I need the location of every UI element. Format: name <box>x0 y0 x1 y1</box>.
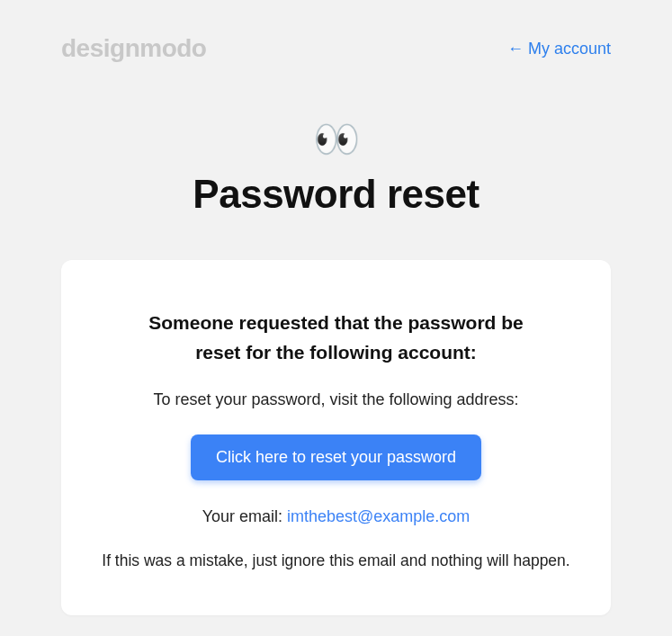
email-prefix: Your email: <box>202 507 287 525</box>
header: designmodo ← My account <box>61 34 611 63</box>
card-heading-line1: Someone requested that the password be <box>148 312 524 333</box>
logo: designmodo <box>61 34 206 63</box>
reset-password-button[interactable]: Click here to reset your password <box>191 434 481 480</box>
card-heading: Someone requested that the password be r… <box>97 309 575 367</box>
instructions-text: To reset your password, visit the follow… <box>97 390 575 409</box>
email-link[interactable]: imthebest@example.com <box>287 507 470 525</box>
eyes-icon: 👀 <box>61 117 611 161</box>
my-account-link[interactable]: ← My account <box>507 40 611 58</box>
card-heading-line2: reset for the following account: <box>195 342 477 363</box>
mistake-text: If this was a mistake, just ignore this … <box>97 551 575 570</box>
email-line: Your email: imthebest@example.com <box>97 507 575 526</box>
content-card: Someone requested that the password be r… <box>61 260 611 615</box>
page-title: Password reset <box>61 172 611 217</box>
page-container: designmodo ← My account 👀 Password reset… <box>0 0 672 636</box>
hero: 👀 Password reset <box>61 117 611 217</box>
